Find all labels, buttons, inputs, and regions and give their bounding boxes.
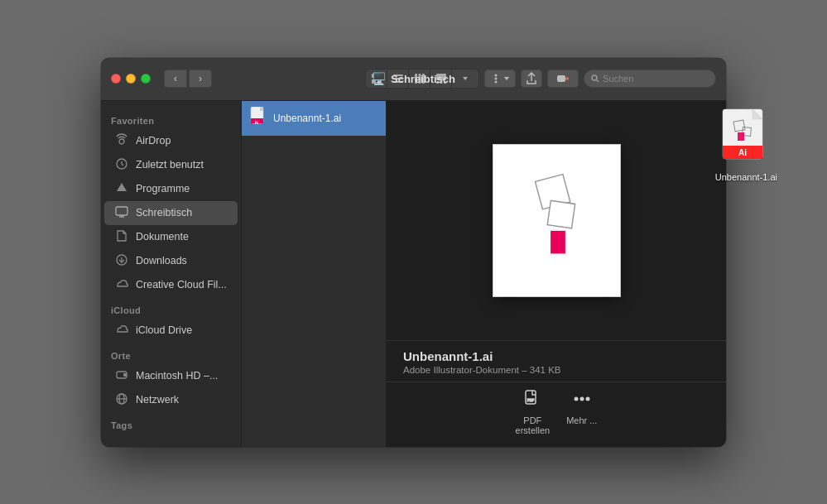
sidebar-label-creative-cloud: Creative Cloud Fil... [136,279,227,290]
sidebar-item-network[interactable]: Netzwerk [104,388,238,412]
recent-icon [114,157,129,173]
ai-file-list-icon: Ai [250,107,267,130]
sidebar-label-documents: Dokumente [136,231,189,242]
preview-panel: Unbenannt-1.ai Adobe Illustrator-Dokumen… [387,101,726,447]
icloud-drive-icon [114,323,129,338]
file-preview-image [493,144,621,297]
more-icon [572,389,592,413]
sidebar-item-downloads[interactable]: Downloads [104,249,238,273]
share-button[interactable] [521,70,542,88]
window-title: 🖥️ Schreibtisch [372,72,455,85]
more-action-label: Mehr ... [566,415,597,425]
sidebar-label-network: Netzwerk [136,394,179,406]
sidebar-header-tags: Tags [101,412,241,434]
sidebar-item-airdrop[interactable]: AirDrop [104,129,238,153]
tag-button[interactable] [547,70,579,88]
file-list-panel: Ai Unbenannt-1.ai [242,101,387,447]
preview-actions: PDF PDFerstellen Mehr ... [387,382,726,447]
nav-buttons: ‹ › [164,70,212,88]
finder-window: ‹ › 🖥️ Schreibtisch [101,58,726,447]
svg-rect-50 [551,230,565,253]
sidebar-item-applications[interactable]: Programme [104,177,238,201]
svg-marker-22 [463,77,468,80]
action-button[interactable] [484,70,516,88]
svg-point-39 [124,373,127,376]
file-item-unbenannt[interactable]: Ai Unbenannt-1.ai [242,101,386,136]
sidebar-item-macintosh-hd[interactable]: Macintosh HD –... [104,364,238,388]
svg-text:PDF: PDF [527,398,535,402]
desktop-icon [114,205,129,221]
applications-icon [114,181,129,197]
sidebar-item-recent[interactable]: Zuletzt benutzt [104,153,238,177]
sidebar-label-icloud-drive: iCloud Drive [136,324,192,336]
svg-point-31 [119,139,124,144]
svg-point-24 [495,74,498,77]
search-placeholder: Suchen [603,74,633,84]
sidebar-label-desktop: Schreibtisch [136,207,192,218]
pdf-action-label: PDFerstellen [516,415,551,435]
svg-marker-44 [260,107,263,111]
maximize-button[interactable] [141,74,151,84]
preview-filename: Unbenannt-1.ai [403,349,709,363]
svg-point-29 [592,75,597,80]
svg-marker-26 [504,77,509,80]
sidebar-label-applications: Programme [136,183,190,194]
file-item-name: Unbenannt-1.ai [273,113,341,124]
network-icon [114,392,129,408]
svg-rect-27 [557,75,565,82]
downloads-icon [114,253,129,269]
close-button[interactable] [111,74,121,84]
svg-point-55 [585,396,589,401]
title-bar: ‹ › 🖥️ Schreibtisch [101,58,726,101]
sidebar-item-desktop[interactable]: Schreibtisch [104,201,238,225]
finder-body: Favoriten AirDrop Zuletzt benutzt [101,101,726,447]
sidebar-label-recent: Zuletzt benutzt [136,159,204,170]
back-button[interactable]: ‹ [164,70,187,88]
traffic-lights [111,74,151,84]
sidebar: Favoriten AirDrop Zuletzt benutzt [101,101,242,447]
svg-rect-7 [738,132,744,141]
svg-point-23 [495,78,498,80]
sidebar-header-icloud: iCloud [101,297,241,319]
sidebar-item-creative-cloud[interactable]: Creative Cloud Fil... [104,273,238,297]
sidebar-label-airdrop: AirDrop [136,135,171,146]
view-dropdown-btn[interactable] [452,70,478,88]
desktop-file-icon[interactable]: Ai Unbenannt-1.ai [715,108,777,182]
documents-icon [114,229,129,245]
minimize-button[interactable] [126,74,136,84]
pdf-action-button[interactable]: PDF PDFerstellen [516,389,551,435]
svg-point-28 [565,77,569,80]
preview-image-area [387,101,726,340]
svg-text:Ai: Ai [738,148,747,157]
sidebar-label-macintosh: Macintosh HD –... [136,370,218,382]
preview-info: Unbenannt-1.ai Adobe Illustrator-Dokumen… [387,340,726,382]
window-title-icon: 🖥️ [372,72,386,85]
svg-point-25 [495,81,498,84]
svg-text:Ai: Ai [255,120,260,125]
airdrop-icon [114,133,129,149]
creative-cloud-icon [114,277,129,293]
sidebar-item-documents[interactable]: Dokumente [104,225,238,249]
svg-point-54 [579,396,584,401]
forward-button[interactable]: › [189,70,212,88]
sidebar-item-icloud-drive[interactable]: iCloud Drive [104,319,238,343]
svg-rect-33 [116,207,127,215]
preview-meta: Adobe Illustrator-Dokument – 341 KB [403,365,709,375]
sidebar-header-orte: Orte [101,343,241,364]
search-bar[interactable]: Suchen [584,70,716,88]
sidebar-header-favoriten: Favoriten [101,108,241,129]
svg-point-53 [574,396,578,401]
svg-line-30 [597,80,599,82]
more-action-button[interactable]: Mehr ... [566,389,597,435]
svg-rect-49 [547,200,575,228]
sidebar-label-downloads: Downloads [136,255,187,266]
desktop-file-label: Unbenannt-1.ai [715,172,777,182]
pdf-icon: PDF [522,389,542,413]
hd-icon [114,368,129,384]
ai-file-icon: Ai [719,108,772,169]
